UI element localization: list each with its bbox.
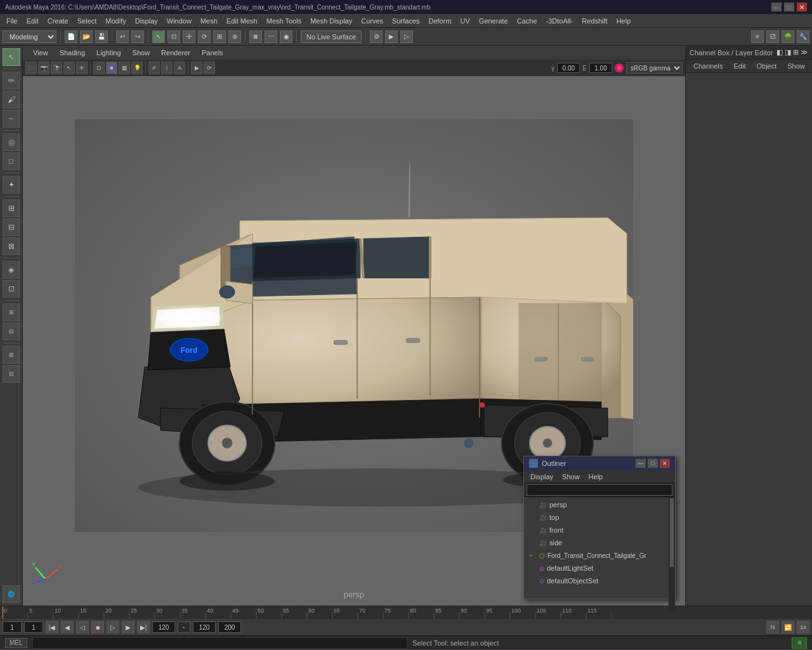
make-live[interactable]: ⊞	[3, 199, 20, 217]
smooth-tool[interactable]: ~	[3, 110, 20, 128]
lasso-tool-button[interactable]: ⊡	[167, 30, 180, 43]
outliner-menu-help[interactable]: Help	[585, 472, 607, 482]
menu-edit[interactable]: Edit	[23, 16, 43, 26]
render-settings-button[interactable]: ⚙	[370, 30, 383, 43]
menu-help[interactable]: Help	[613, 16, 635, 26]
no-live-surface-button[interactable]: No Live Surface	[301, 30, 362, 43]
outliner-scrollbar[interactable]	[669, 497, 675, 611]
vp-render-btn[interactable]: ▶	[191, 62, 202, 74]
tree-item-default-light-set[interactable]: ⊙ defaultLightSet	[524, 562, 675, 574]
open-scene-button[interactable]: 📂	[80, 30, 93, 43]
play-backward-btn[interactable]: ◁	[76, 621, 89, 633]
mel-input[interactable]	[32, 637, 408, 649]
outliner-menu-show[interactable]: Show	[558, 472, 584, 482]
menu-file[interactable]: File	[3, 16, 22, 26]
tree-item-front[interactable]: 🎥 front	[524, 524, 675, 536]
xgen-tool[interactable]: ⊞	[3, 303, 20, 321]
vp-menu-view[interactable]: View	[28, 48, 53, 58]
timeline-canvas[interactable]	[3, 606, 612, 619]
cache-tool[interactable]: ⊟	[3, 322, 20, 340]
play-forward-btn[interactable]: ▷	[107, 621, 119, 633]
snap-together[interactable]: ✦	[3, 176, 20, 194]
snap-point-button[interactable]: ◉	[280, 30, 292, 43]
menu-uv[interactable]: UV	[457, 16, 474, 26]
vp-light-btn[interactable]: 💡	[131, 62, 143, 74]
stop-btn[interactable]: ■	[91, 621, 104, 633]
channel-box-icon-3[interactable]: ⊞	[793, 48, 799, 56]
select-tool-button[interactable]: ↖	[152, 30, 165, 43]
menu-create[interactable]: Create	[44, 16, 72, 26]
menu-surfaces[interactable]: Surfaces	[388, 16, 423, 26]
outliner-title-bar[interactable]: Outliner — □ ✕	[524, 456, 675, 470]
select-tool[interactable]: ↖	[3, 48, 20, 66]
attribute-editor-button[interactable]: ⚂	[766, 30, 779, 43]
vp-solid-btn[interactable]: ■	[106, 62, 117, 74]
hide-tool[interactable]: □	[3, 152, 20, 170]
loop-btn[interactable]: 🔁	[782, 621, 794, 633]
tree-item-side[interactable]: 🎥 side	[524, 536, 675, 549]
mel-tag[interactable]: MEL	[5, 638, 27, 648]
tree-item-ford[interactable]: + ⬡ Ford_Transit_Connect_Tailgate_Gr	[524, 549, 675, 562]
gamma-field[interactable]	[557, 63, 580, 73]
show-manipulator[interactable]: ◎	[3, 133, 20, 151]
outliner-close-btn[interactable]: ✕	[660, 459, 670, 468]
menu-3dtoall[interactable]: -3DtoAll-	[542, 16, 577, 26]
vp-cam3-btn[interactable]: 🔭	[51, 62, 62, 74]
tool-settings-button[interactable]: 🔧	[797, 30, 809, 43]
channel-box-icon-2[interactable]: ◨	[785, 48, 791, 56]
tree-item-persp[interactable]: 🎥 persp	[524, 498, 675, 511]
vp-grid-btn[interactable]: #	[148, 62, 160, 74]
save-scene-button[interactable]: 💾	[95, 30, 108, 43]
close-button[interactable]: ✕	[797, 3, 807, 11]
prev-frame-btn[interactable]: ◀	[61, 621, 74, 633]
menu-redshift[interactable]: Redshift	[578, 16, 611, 26]
menu-select[interactable]: Select	[74, 16, 101, 26]
vp-render2-btn[interactable]: ⟳	[204, 62, 215, 74]
eval-toolkit[interactable]: ⊡	[3, 280, 20, 298]
outliner-button[interactable]: 🌳	[782, 30, 794, 43]
menu-edit-mesh[interactable]: Edit Mesh	[223, 16, 261, 26]
misc-tool-2[interactable]: ⊟	[3, 365, 20, 383]
vp-menu-show[interactable]: Show	[128, 48, 155, 58]
menu-deform[interactable]: Deform	[424, 16, 455, 26]
vp-aa-btn[interactable]: A	[174, 62, 185, 74]
render-button[interactable]: ▶	[385, 30, 398, 43]
history-toggle[interactable]: ◈	[3, 261, 20, 279]
misc-tool-1[interactable]: ⊞	[3, 346, 20, 364]
next-frame-btn[interactable]: ▶	[122, 621, 134, 633]
ipr-button[interactable]: ▷	[400, 30, 413, 43]
max-range-field[interactable]	[218, 621, 241, 633]
playback-speed-btn[interactable]: 1x	[797, 621, 809, 633]
outliner-maximize-btn[interactable]: □	[648, 459, 658, 468]
paint-tool[interactable]: ✏	[3, 72, 20, 90]
tab-edit[interactable]: Edit	[728, 61, 750, 71]
scale-tool-button[interactable]: ⊞	[213, 30, 226, 43]
mel-field[interactable]	[33, 638, 407, 648]
menu-modify[interactable]: Modify	[102, 16, 129, 26]
menu-curves[interactable]: Curves	[357, 16, 387, 26]
menu-mesh-display[interactable]: Mesh Display	[306, 16, 356, 26]
menu-generate[interactable]: Generate	[475, 16, 512, 26]
rotate-tool-button[interactable]: ⟳	[198, 30, 211, 43]
vp-menu-renderer[interactable]: Renderer	[156, 48, 195, 58]
outliner-search-input[interactable]	[527, 484, 672, 496]
tab-show[interactable]: Show	[782, 61, 810, 71]
timeline-ruler[interactable]	[0, 606, 812, 619]
universal-tool-button[interactable]: ⊕	[228, 30, 241, 43]
tab-channels[interactable]: Channels	[688, 61, 728, 71]
menu-mesh-tools[interactable]: Mesh Tools	[263, 16, 305, 26]
outliner-menu-display[interactable]: Display	[527, 472, 557, 482]
audio-btn[interactable]: N	[766, 621, 779, 633]
current-frame-field[interactable]	[24, 621, 43, 633]
snap-curve-button[interactable]: 〰	[265, 30, 277, 43]
start-frame-field[interactable]	[3, 621, 22, 633]
max-end-field[interactable]	[193, 621, 216, 633]
vp-menu-panels[interactable]: Panels	[197, 48, 228, 58]
exposure-field[interactable]	[589, 63, 612, 73]
vp-hud-btn[interactable]: i	[161, 62, 173, 74]
menu-window[interactable]: Window	[163, 16, 195, 26]
redo-button[interactable]: ↪	[131, 30, 144, 43]
bend[interactable]: ⊠	[3, 237, 20, 255]
channel-box-expand[interactable]: ≫	[801, 48, 808, 56]
mode-selector[interactable]: Modeling Rigging Animation FX Rendering	[3, 30, 56, 43]
